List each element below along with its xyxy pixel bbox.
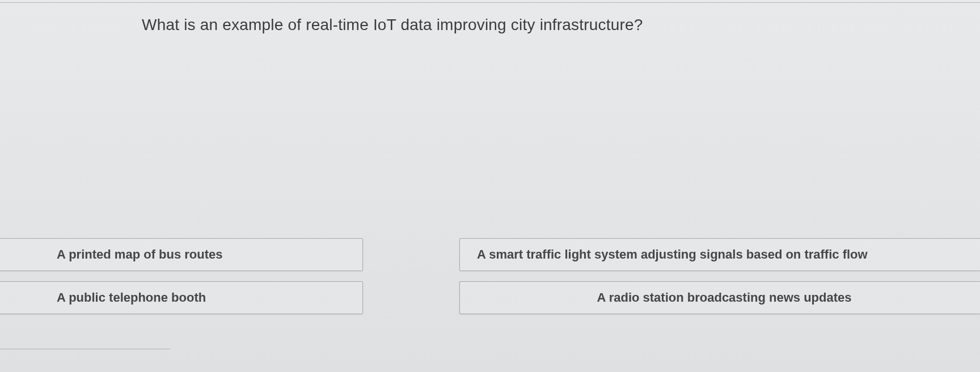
option-smart-traffic[interactable]: A smart traffic light system adjusting s…	[459, 238, 980, 271]
options-column-right: A smart traffic light system adjusting s…	[459, 238, 980, 314]
option-radio-station[interactable]: A radio station broadcasting news update…	[459, 281, 980, 314]
option-printed-map[interactable]: A printed map of bus routes	[0, 238, 363, 271]
bottom-divider	[0, 349, 170, 349]
option-telephone-booth[interactable]: A public telephone booth	[0, 281, 363, 314]
top-divider	[0, 2, 980, 3]
question-text: What is an example of real-time IoT data…	[142, 16, 643, 34]
options-column-left: A printed map of bus routes A public tel…	[0, 238, 363, 314]
options-area: A printed map of bus routes A public tel…	[0, 238, 980, 314]
